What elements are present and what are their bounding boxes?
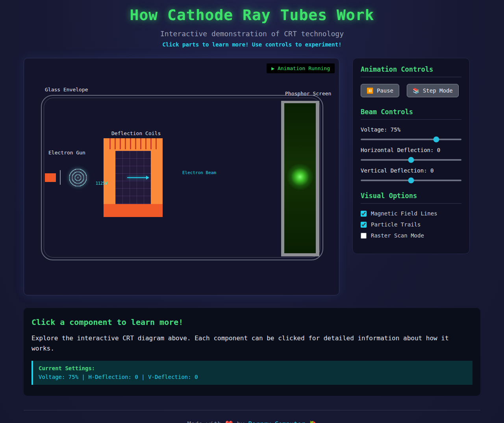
vertical-deflection-control: Vertical Deflection: 0 xyxy=(361,167,461,181)
berrry-computer-link[interactable]: Berrry Computer xyxy=(248,420,305,423)
option-particle-trails[interactable]: Particle Trails xyxy=(361,221,461,228)
footer: Made with ❤️ by Berrry Computer 🍓 xyxy=(24,410,480,423)
raster-scan-mode-label: Raster Scan Mode xyxy=(371,232,424,239)
electron-beam-label: Electron Beam xyxy=(182,170,216,175)
settings-value: Voltage: 75% | H-Deflection: 0 | V-Defle… xyxy=(39,373,467,382)
beam-glow-dot xyxy=(287,163,313,190)
magnetic-field-lines-checkbox[interactable] xyxy=(361,211,367,217)
pause-button[interactable]: ⏸️ Pause xyxy=(361,84,399,97)
visual-options-heading: Visual Options xyxy=(361,192,461,204)
option-raster-scan-mode[interactable]: Raster Scan Mode xyxy=(361,232,461,239)
voltage-control: Voltage: 75% xyxy=(361,126,461,140)
settings-title: Current Settings: xyxy=(39,364,467,373)
vertical-deflection-slider[interactable] xyxy=(361,180,461,181)
footer-by-text: by xyxy=(237,420,244,423)
voltage-slider[interactable] xyxy=(361,139,461,140)
voltage-label: Voltage: 75% xyxy=(361,126,461,133)
electron-gun-label: Electron Gun xyxy=(48,150,85,156)
vertical-deflection-thumb[interactable] xyxy=(408,178,414,184)
phosphor-screen-surface xyxy=(284,103,316,253)
footer-made-with-text: Made with xyxy=(187,420,222,423)
current-settings-box: Current Settings: Voltage: 75% | H-Defle… xyxy=(32,361,472,385)
horizontal-deflection-label: Horizontal Deflection: 0 xyxy=(361,147,461,153)
heart-icon: ❤️ xyxy=(225,420,233,423)
main-row: ▶ Animation Running Glass Envelope Phosp… xyxy=(24,58,480,295)
electron-beam[interactable] xyxy=(127,177,148,178)
voltage-slider-thumb[interactable] xyxy=(434,137,439,143)
power-label: 1125W xyxy=(96,181,107,186)
vertical-deflection-label: Vertical Deflection: 0 xyxy=(361,167,461,174)
animation-controls-heading: Animation Controls xyxy=(361,65,461,77)
info-body: Explore the interactive CRT diagram abov… xyxy=(32,333,471,354)
horizontal-deflection-thumb[interactable] xyxy=(408,157,414,163)
option-magnetic-field-lines[interactable]: Magnetic Field Lines xyxy=(361,210,461,217)
coil-windings xyxy=(106,138,161,149)
animation-status-badge: ▶ Animation Running xyxy=(267,63,335,73)
step-mode-button[interactable]: 📚 Step Mode xyxy=(407,84,459,97)
page-title: How Cathode Ray Tubes Work xyxy=(0,6,504,24)
animation-buttons: ⏸️ Pause 📚 Step Mode xyxy=(361,84,461,97)
info-panel: Click a component to learn more! Explore… xyxy=(24,308,480,396)
beam-controls-heading: Beam Controls xyxy=(361,108,461,120)
glass-envelope-label: Glass Envelope xyxy=(45,87,88,93)
page: How Cathode Ray Tubes Work Interactive d… xyxy=(0,0,504,423)
beam-arrow-icon xyxy=(146,176,149,180)
deflection-coils-label: Deflection Coils xyxy=(111,130,161,136)
electron-gun-rings[interactable] xyxy=(69,168,87,187)
horizontal-deflection-control: Horizontal Deflection: 0 xyxy=(361,147,461,161)
electron-gun[interactable] xyxy=(45,173,56,182)
horizontal-deflection-slider[interactable] xyxy=(361,159,461,161)
gun-divider xyxy=(60,170,61,185)
info-heading: Click a component to learn more! xyxy=(32,317,472,327)
strawberry-icon: 🍓 xyxy=(309,420,317,423)
phosphor-screen[interactable] xyxy=(281,101,319,256)
particle-trails-checkbox[interactable] xyxy=(361,222,367,228)
phosphor-screen-label: Phosphor Screen xyxy=(285,91,331,96)
tip-text: Click parts to learn more! Use controls … xyxy=(0,41,504,48)
controls-panel: Animation Controls ⏸️ Pause 📚 Step Mode … xyxy=(352,58,470,254)
particle-trails-label: Particle Trails xyxy=(371,221,421,228)
raster-scan-mode-checkbox[interactable] xyxy=(361,233,367,239)
magnetic-field-lines-label: Magnetic Field Lines xyxy=(371,210,437,217)
header: How Cathode Ray Tubes Work Interactive d… xyxy=(0,0,504,48)
subtitle: Interactive demonstration of CRT technol… xyxy=(0,30,504,38)
coil-base xyxy=(104,204,163,217)
crt-diagram-panel: ▶ Animation Running Glass Envelope Phosp… xyxy=(24,58,339,295)
